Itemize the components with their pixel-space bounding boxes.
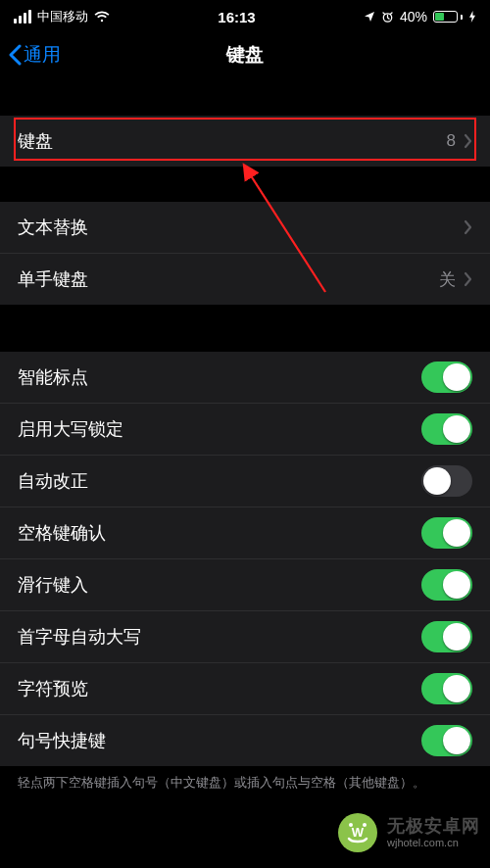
space-confirm-cell: 空格键确认 [0, 507, 490, 559]
settings-group-keyboards: 键盘 8 [0, 116, 490, 167]
spacer [0, 167, 490, 202]
period-shortcut-cell: 句号快捷键 [0, 715, 490, 766]
page-title: 键盘 [0, 42, 490, 68]
caps-lock-cell: 启用大写锁定 [0, 404, 490, 456]
caps-lock-toggle[interactable] [421, 413, 472, 445]
char-preview-cell: 字符预览 [0, 663, 490, 715]
space-confirm-toggle[interactable] [421, 517, 472, 549]
autocorrect-label: 自动改正 [18, 469, 421, 493]
autocorrect-cell: 自动改正 [0, 456, 490, 507]
chevron-right-icon [464, 133, 472, 149]
keyboards-value: 8 [447, 131, 456, 151]
svg-point-3 [349, 823, 353, 827]
one-handed-label: 单手键盘 [18, 267, 439, 291]
wifi-icon [94, 11, 110, 23]
charging-icon [468, 11, 476, 23]
carrier-label: 中国移动 [37, 8, 88, 25]
battery-icon [433, 11, 463, 23]
slide-type-label: 滑行键入 [18, 573, 421, 597]
statusbar-left: 中国移动 [14, 8, 110, 25]
slide-type-toggle[interactable] [421, 569, 472, 601]
one-handed-value: 关 [439, 268, 456, 291]
auto-cap-toggle[interactable] [421, 621, 472, 652]
status-bar: 中国移动 16:13 40% [0, 0, 490, 29]
watermark-name: 无极安卓网 [387, 817, 480, 837]
footer-note: 轻点两下空格键插入句号（中文键盘）或插入句点与空格（其他键盘）。 [0, 766, 490, 803]
chevron-left-icon [8, 44, 22, 66]
settings-group-toggles: 智能标点 启用大写锁定 自动改正 空格键确认 滑行键入 首字母自动大写 字符预览… [0, 352, 490, 766]
chevron-right-icon [464, 271, 472, 287]
smart-punct-label: 智能标点 [18, 365, 421, 389]
one-handed-cell[interactable]: 单手键盘 关 [0, 254, 490, 305]
watermark: W 无极安卓网 wjhotel.com.cn [336, 811, 480, 854]
spacer [0, 305, 490, 352]
keyboards-label: 键盘 [18, 129, 447, 153]
period-shortcut-label: 句号快捷键 [18, 729, 421, 752]
text-replace-cell[interactable]: 文本替换 [0, 202, 490, 254]
back-label: 通用 [24, 42, 61, 68]
text-replace-label: 文本替换 [18, 216, 464, 239]
spacer [0, 80, 490, 116]
statusbar-right: 40% [364, 9, 476, 24]
char-preview-label: 字符预览 [18, 677, 421, 700]
svg-text:W: W [352, 825, 365, 840]
watermark-logo-icon: W [336, 811, 379, 854]
caps-lock-label: 启用大写锁定 [18, 417, 421, 441]
smart-punct-toggle[interactable] [421, 362, 472, 393]
watermark-site: wjhotel.com.cn [387, 837, 480, 848]
chevron-right-icon [464, 219, 472, 235]
keyboards-cell[interactable]: 键盘 8 [0, 116, 490, 167]
battery-text: 40% [400, 9, 427, 24]
nav-bar: 通用 键盘 [0, 29, 490, 80]
signal-icon [14, 10, 31, 24]
clock: 16:13 [218, 9, 255, 25]
auto-cap-cell: 首字母自动大写 [0, 611, 490, 663]
autocorrect-toggle[interactable] [421, 465, 472, 497]
slide-type-cell: 滑行键入 [0, 559, 490, 611]
period-shortcut-toggle[interactable] [421, 725, 472, 756]
location-icon [364, 11, 375, 23]
back-button[interactable]: 通用 [8, 42, 61, 68]
smart-punct-cell: 智能标点 [0, 352, 490, 404]
settings-group-text: 文本替换 单手键盘 关 [0, 202, 490, 305]
svg-point-4 [363, 823, 367, 827]
auto-cap-label: 首字母自动大写 [18, 625, 421, 649]
char-preview-toggle[interactable] [421, 673, 472, 704]
space-confirm-label: 空格键确认 [18, 521, 421, 545]
alarm-icon [381, 11, 394, 24]
svg-point-2 [338, 813, 377, 852]
